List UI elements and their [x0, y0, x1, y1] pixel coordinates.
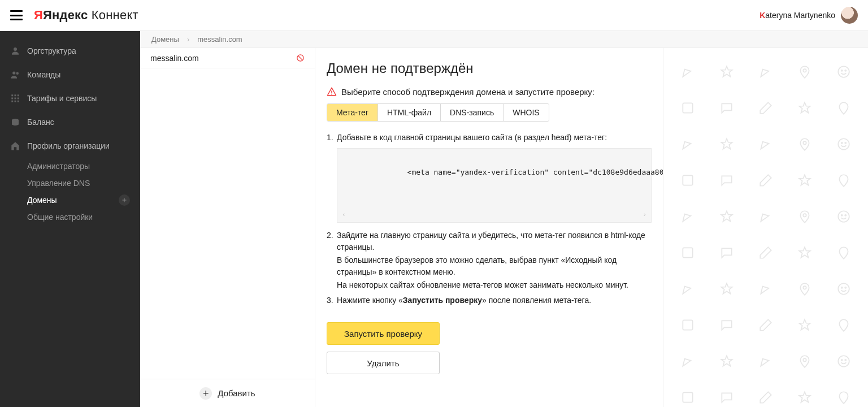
decorative-icon [785, 343, 824, 379]
decorative-icon [785, 90, 824, 126]
svg-rect-31 [683, 248, 692, 257]
sidebar: Оргструктура Команды Тарифы и сервисы Ба… [0, 31, 140, 407]
svg-point-16 [331, 94, 332, 95]
decorative-icon [707, 343, 746, 379]
sidebar-item-label: Тарифы и сервисы [27, 94, 97, 103]
user-icon [10, 46, 20, 56]
decorative-icon [824, 90, 863, 126]
warning-icon [327, 86, 337, 97]
tab-whois[interactable]: WHOIS [504, 104, 548, 121]
breadcrumb-leaf: messalin.com [197, 35, 242, 44]
sidebar-subitem-general[interactable]: Общие настройки [0, 209, 140, 226]
coins-icon [10, 117, 20, 127]
breadcrumb: Домены › messalin.com [140, 31, 868, 48]
user-name: Kateryna Martynenko [760, 11, 835, 20]
svg-rect-7 [15, 98, 16, 99]
domain-name: messalin.com [150, 54, 199, 63]
domain-detail: Домен не подтверждён Выберите способ под… [315, 48, 663, 407]
status-unverified-icon [296, 54, 305, 62]
decorative-icon [785, 271, 824, 307]
sidebar-item-label: Баланс [27, 118, 54, 127]
svg-point-37 [803, 358, 806, 361]
breadcrumb-root[interactable]: Домены [151, 35, 179, 44]
plus-icon: + [199, 387, 212, 400]
decorative-icon [824, 343, 863, 379]
sidebar-item-org-profile[interactable]: Профиль организации [0, 134, 140, 158]
svg-point-17 [803, 69, 806, 72]
decorative-icon [785, 379, 824, 407]
verification-tabs: Мета-тег HTML-файл DNS-запись WHOIS [327, 103, 549, 122]
svg-rect-3 [11, 94, 13, 96]
scroll-right-icon[interactable]: › [643, 210, 646, 220]
svg-point-30 [845, 215, 847, 216]
sidebar-subitem-admins[interactable]: Администраторы [0, 158, 140, 175]
svg-point-1 [12, 71, 15, 74]
code-snippet[interactable]: <meta name="yandex-verification" content… [337, 148, 652, 223]
menu-icon[interactable] [10, 10, 23, 20]
sidebar-item-label: Оргструктура [27, 46, 76, 55]
sidebar-subitem-dns[interactable]: Управление DNS [0, 175, 140, 192]
decorative-icon [824, 235, 863, 271]
decorative-icon [668, 90, 707, 126]
svg-rect-10 [15, 101, 16, 102]
step-2: Зайдите на главную страницу сайта и убед… [327, 230, 652, 291]
scroll-left-icon[interactable]: ‹ [342, 210, 346, 220]
decorative-icon [746, 343, 785, 379]
decorative-icon [785, 54, 824, 90]
sidebar-item-orgstructure[interactable]: Оргструктура [0, 39, 140, 63]
sidebar-subitem-domains[interactable]: Домены [0, 192, 140, 209]
decorative-icon [785, 126, 824, 162]
users-icon [10, 70, 20, 80]
plus-icon[interactable] [119, 194, 130, 206]
sidebar-item-label: Команды [27, 70, 60, 79]
delete-domain-button[interactable]: Удалить [327, 352, 440, 374]
decorative-icon [746, 162, 785, 198]
user-menu[interactable]: Kateryna Martynenko [760, 7, 858, 24]
svg-rect-41 [683, 392, 692, 402]
svg-point-33 [839, 283, 850, 295]
decorative-icon [824, 126, 863, 162]
add-domain-button[interactable]: + Добавить [140, 379, 315, 407]
decorative-icon [668, 343, 707, 379]
sidebar-item-balance[interactable]: Баланс [0, 110, 140, 134]
svg-point-34 [841, 287, 843, 288]
tab-dns[interactable]: DNS-запись [441, 104, 504, 121]
sidebar-item-label: Администраторы [27, 162, 90, 171]
decorative-icon [824, 271, 863, 307]
decorative-icon [785, 162, 824, 198]
sidebar-item-teams[interactable]: Команды [0, 63, 140, 86]
sidebar-item-label: Профиль организации [27, 141, 110, 150]
svg-point-27 [803, 214, 806, 217]
decorative-icon [746, 126, 785, 162]
tab-html-file[interactable]: HTML-файл [378, 104, 441, 121]
svg-point-2 [16, 72, 19, 75]
domain-row[interactable]: messalin.com [140, 48, 315, 68]
avatar [841, 7, 858, 24]
svg-rect-36 [683, 320, 692, 330]
decorative-icon [707, 126, 746, 162]
page-title: Домен не подтверждён [327, 60, 652, 76]
sidebar-item-label: Общие настройки [27, 213, 93, 222]
decorative-icon [668, 198, 707, 235]
add-domain-label: Добавить [218, 388, 255, 398]
decorative-icon [668, 307, 707, 343]
svg-rect-4 [15, 94, 16, 96]
start-verification-button[interactable]: Запустить проверку [327, 322, 440, 345]
decorative-icon [707, 54, 746, 90]
tab-meta-tag[interactable]: Мета-тег [327, 104, 378, 121]
domain-list: messalin.com + Добавить [140, 48, 315, 407]
decorative-gutter [663, 48, 868, 407]
sidebar-item-tariffs[interactable]: Тарифы и сервисы [0, 86, 140, 110]
svg-point-20 [845, 70, 847, 71]
svg-rect-26 [683, 175, 692, 185]
decorative-icon [824, 379, 863, 407]
svg-point-29 [841, 215, 843, 216]
alert-message: Выберите способ подтверждения домена и з… [327, 86, 652, 97]
decorative-icon [785, 198, 824, 235]
decorative-icon [824, 198, 863, 235]
sidebar-item-label: Домены [27, 196, 57, 205]
decorative-icon [746, 379, 785, 407]
logo[interactable]: ЯЯндекс Коннект [34, 8, 138, 23]
svg-rect-6 [11, 98, 13, 99]
svg-point-28 [839, 211, 850, 222]
